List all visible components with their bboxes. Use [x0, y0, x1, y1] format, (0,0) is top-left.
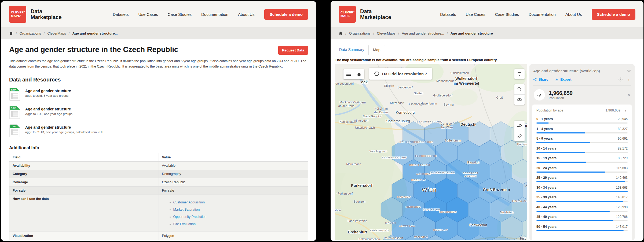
breadcrumb-item[interactable]: CleverMaps [377, 31, 395, 35]
nav-item-documentation[interactable]: Documentation [201, 12, 228, 17]
map-canvas[interactable]: KleinwilfersdorfückersdorfUlrichskirchen… [335, 64, 527, 240]
ruler-icon [517, 133, 522, 139]
csv-file-icon: CSV [9, 124, 20, 137]
schedule-demo-button[interactable]: Schedule a demo [264, 9, 308, 20]
field-cell: Coverage [9, 178, 159, 187]
tab-data-summary[interactable]: Data Summary [335, 45, 368, 55]
population-by-age-card: Population by age 1,966,659 ⋮ 0 - 1 year… [532, 105, 632, 240]
table-header: Field [9, 153, 159, 162]
bar-fill [536, 211, 610, 212]
bar-track [536, 122, 628, 124]
age-group-label: 25 - 29 years [536, 176, 557, 180]
point-display-button[interactable] [514, 121, 525, 131]
breadcrumb-separator: / [373, 31, 374, 35]
nav-item-datasets[interactable]: Datasets [113, 12, 129, 17]
resource-item[interactable]: CSVAge and gender structureaggr. to zsjd… [9, 88, 308, 101]
age-group-row: 50 - 54 years147,017 [536, 225, 628, 231]
filter-icon [517, 72, 522, 76]
use-case-link[interactable]: Customer Acquisition [173, 200, 205, 204]
age-group-label: 45 - 49 years [536, 215, 557, 219]
breadcrumb-item[interactable]: Organizations [349, 31, 371, 35]
nav-item-datasets[interactable]: Datasets [440, 12, 456, 17]
search-button[interactable] [514, 84, 525, 94]
resource-title: Age and gender structure [25, 125, 103, 129]
filter-button[interactable] [514, 69, 525, 79]
home-icon[interactable] [339, 31, 343, 35]
share-button[interactable]: Share [533, 77, 548, 81]
home-button[interactable] [354, 69, 364, 79]
card-kebab-menu[interactable]: ⋮ [624, 108, 628, 113]
export-download-icon [555, 77, 559, 81]
logo-text: CLEVER° [11, 11, 26, 14]
chevron-down-icon[interactable] [627, 70, 631, 72]
age-group-value: 153,663 [616, 186, 628, 189]
export-button[interactable]: Export [555, 77, 571, 81]
nav-item-about-us[interactable]: About Us [238, 12, 255, 17]
brand[interactable]: CLEVER° MAPS' Data Marketplace [9, 6, 62, 23]
bar-track [536, 220, 628, 221]
bar-track [536, 142, 628, 143]
visibility-button[interactable] [514, 94, 525, 105]
bar-track [536, 191, 628, 192]
breadcrumb-separator: / [345, 31, 346, 35]
home-icon [357, 72, 361, 77]
page-title: Age and gender structure in the Czech Re… [9, 45, 178, 54]
age-group-label: 15 - 19 years [536, 156, 557, 160]
breadcrumb-item: Age and gender structure [451, 31, 493, 35]
logo-text: MAPS' [11, 14, 26, 18]
measure-button[interactable] [514, 131, 525, 141]
breadcrumb-separator: / [398, 31, 399, 35]
panel-kebab-menu[interactable]: ⋮ [627, 77, 631, 82]
use-case-link[interactable]: Market Saturation [173, 208, 200, 211]
nav-item-case-studies[interactable]: Case Studies [168, 12, 192, 17]
value-cell: Available [159, 162, 308, 170]
menu-button[interactable] [343, 69, 354, 79]
age-group-label: 40 - 44 years [536, 205, 557, 209]
resource-item[interactable]: CSVAge and gender structureAggr. to ZUJ,… [9, 106, 308, 119]
request-data-button[interactable]: Request Data [278, 46, 308, 55]
use-case-link[interactable]: Opportunity Prediction [173, 215, 207, 219]
table-row: CategoryDemography [9, 170, 308, 178]
additional-info-table: FieldValueAvailabilityAvailableCategoryD… [9, 153, 308, 240]
bar-fill [536, 201, 623, 202]
circles-icon [517, 124, 522, 128]
field-cell: Category [9, 170, 159, 178]
map-warning: The map visualization is not available. … [335, 58, 639, 62]
table-row: AvailabilityAvailable [9, 162, 308, 170]
table-row: For saleFor sale [9, 187, 308, 195]
age-group-value: 82,172 [618, 147, 628, 150]
info-icon[interactable] [619, 77, 623, 81]
nav-item-use-cases[interactable]: Use Cases [466, 12, 485, 17]
hamburger-icon [346, 72, 351, 76]
nav-item-about-us[interactable]: About Us [565, 12, 582, 17]
breadcrumb-separator: / [16, 31, 17, 35]
age-group-row: 25 - 29 years149,463 [536, 176, 628, 182]
nav-item-case-studies[interactable]: Case Studies [495, 12, 519, 17]
panel-collapse-chevron[interactable]: › [525, 181, 527, 189]
age-group-row: 10 - 14 years82,172 [536, 147, 628, 153]
use-case-link[interactable]: Site Evaluation [173, 222, 196, 226]
bar-fill [536, 122, 549, 124]
brand[interactable]: CLEVER° MAPS' Data Marketplace [339, 6, 391, 23]
schedule-demo-button[interactable]: Schedule a demo [592, 9, 635, 20]
breadcrumb-item[interactable]: Organizations [20, 31, 41, 35]
breadcrumb-separator: / [447, 31, 448, 35]
site-title: Data Marketplace [360, 8, 391, 20]
age-group-value: 123,998 [616, 205, 628, 209]
bar-track [536, 181, 628, 182]
close-icon[interactable]: × [627, 92, 630, 98]
h3-grid-chip[interactable]: H3 Grid for resolution 7 [369, 68, 432, 80]
nav-item-documentation[interactable]: Documentation [529, 12, 556, 17]
value-cell: Polygon [159, 232, 308, 240]
breadcrumb-item[interactable]: CleverMaps [47, 31, 66, 35]
bar-fill [536, 181, 625, 182]
nav-item-use-cases[interactable]: Use Cases [138, 12, 158, 17]
share-icon [533, 77, 537, 81]
home-icon[interactable] [9, 31, 13, 35]
age-group-value: 147,017 [616, 225, 628, 229]
age-group-label: 5 - 9 years [536, 137, 553, 140]
h3-grid-label: H3 Grid for resolution 7 [382, 72, 427, 76]
tab-map[interactable]: Map [368, 45, 385, 55]
resource-item[interactable]: CSVAge and gender structureaggr. to ZSJD… [9, 124, 308, 137]
breadcrumb-item[interactable]: Age and gender structure... [402, 31, 444, 35]
